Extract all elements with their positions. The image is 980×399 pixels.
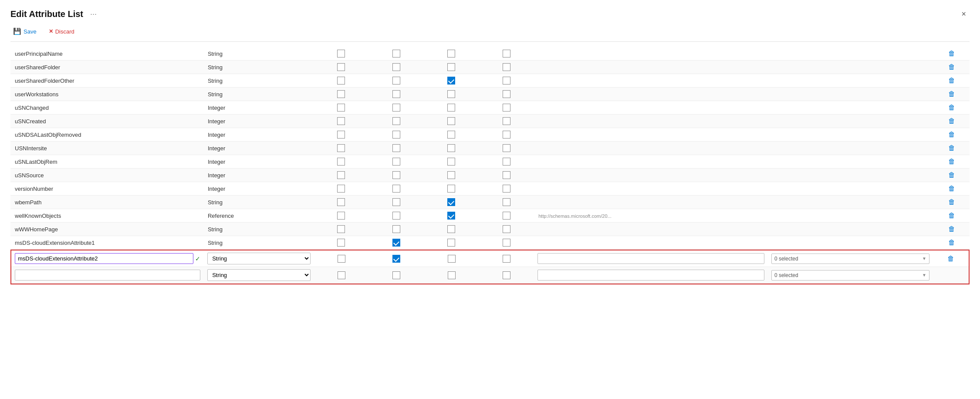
attr-name-cell: wellKnownObjects [10, 209, 203, 223]
checkbox-col4[interactable] [503, 144, 510, 152]
checkbox-col3[interactable] [447, 171, 455, 179]
delete-icon[interactable]: 🗑 [948, 185, 955, 192]
edit-name-input-1[interactable] [15, 253, 193, 264]
delete-icon[interactable]: 🗑 [948, 144, 955, 152]
checkbox-col1[interactable] [337, 171, 345, 179]
edit-checkbox-col2-1[interactable] [392, 255, 400, 263]
checkbox-col2[interactable] [392, 144, 400, 152]
checkbox-col2[interactable] [392, 50, 400, 57]
checkbox-col4[interactable] [503, 158, 510, 166]
attr-type-cell: String [203, 196, 314, 209]
checkbox-col3[interactable] [447, 212, 455, 220]
checkbox-col1[interactable] [337, 198, 345, 206]
checkbox-col1[interactable] [337, 131, 345, 139]
delete-icon[interactable]: 🗑 [948, 198, 955, 206]
checkbox-col4[interactable] [503, 185, 510, 193]
checkbox-col4[interactable] [503, 50, 510, 57]
checkbox-col3[interactable] [447, 131, 455, 139]
checkbox-col1[interactable] [337, 104, 345, 112]
checkbox-col3[interactable] [447, 198, 455, 206]
checkbox-col3[interactable] [447, 144, 455, 152]
discard-button[interactable]: ✕ Discard [46, 27, 77, 37]
checkbox-col1[interactable] [337, 239, 345, 247]
checkbox-col4[interactable] [503, 63, 510, 71]
delete-icon[interactable]: 🗑 [948, 131, 955, 138]
checkbox-col4[interactable] [503, 77, 510, 85]
checkbox-col2[interactable] [392, 63, 400, 71]
save-button[interactable]: 💾 Save [10, 26, 39, 37]
delete-icon[interactable]: 🗑 [948, 212, 955, 219]
checkbox-col3[interactable] [447, 104, 455, 112]
edit-checkbox-col4-2[interactable] [503, 271, 510, 279]
checkbox-col3[interactable] [447, 158, 455, 166]
checkbox-col1[interactable] [337, 185, 345, 193]
checkbox-col4[interactable] [503, 239, 510, 247]
checkbox-col4[interactable] [503, 90, 510, 98]
delete-icon[interactable]: 🗑 [948, 171, 955, 179]
delete-icon[interactable]: 🗑 [948, 63, 955, 71]
checkbox-col2[interactable] [392, 185, 400, 193]
delete-icon[interactable]: 🗑 [948, 77, 955, 84]
checkbox-col2[interactable] [392, 225, 400, 233]
checkbox-col3[interactable] [447, 77, 455, 85]
checkbox-col3[interactable] [447, 50, 455, 57]
checkbox-col4[interactable] [503, 225, 510, 233]
checkbox-col1[interactable] [337, 50, 345, 57]
edit-name-input-2[interactable] [15, 270, 200, 281]
checkbox-col2[interactable] [392, 77, 400, 85]
delete-icon[interactable]: 🗑 [948, 117, 955, 125]
edit-delete-icon-1[interactable]: 🗑 [947, 255, 954, 262]
attr-type-cell: String [203, 47, 314, 61]
checkbox-col1[interactable] [337, 77, 345, 85]
checkbox-col1[interactable] [337, 158, 345, 166]
delete-icon[interactable]: 🗑 [948, 50, 955, 57]
edit-type-select-1[interactable]: StringIntegerBooleanReferenceDateTime [207, 253, 311, 264]
checkbox-col4[interactable] [503, 171, 510, 179]
checkbox-col2[interactable] [392, 104, 400, 112]
checkbox-col3[interactable] [447, 117, 455, 125]
checkbox-col2[interactable] [392, 212, 400, 220]
checkbox-col2[interactable] [392, 171, 400, 179]
edit-ref-input-1[interactable] [537, 253, 764, 264]
edit-checkbox-col3-2[interactable] [448, 271, 456, 279]
checkbox-col3[interactable] [447, 63, 455, 71]
checkbox-col1[interactable] [337, 212, 345, 220]
close-button[interactable]: × [958, 8, 970, 20]
checkbox-col4[interactable] [503, 117, 510, 125]
checkbox-col3[interactable] [447, 90, 455, 98]
edit-checkbox-col1-1[interactable] [338, 255, 345, 263]
edit-multisel-dropdown-1[interactable]: 0 selected ▼ [771, 254, 929, 264]
checkbox-col4[interactable] [503, 131, 510, 139]
attr-type-cell: Integer [203, 128, 314, 142]
edit-multisel-dropdown-2[interactable]: 0 selected ▼ [771, 270, 929, 281]
edit-checkbox-col1-2[interactable] [338, 271, 345, 279]
delete-icon[interactable]: 🗑 [948, 158, 955, 165]
edit-ref-input-2[interactable] [537, 270, 764, 281]
edit-checkbox-col3-1[interactable] [448, 255, 456, 263]
delete-icon[interactable]: 🗑 [948, 104, 955, 111]
checkbox-col3[interactable] [447, 239, 455, 247]
delete-icon[interactable]: 🗑 [948, 239, 955, 246]
checkbox-col1[interactable] [337, 225, 345, 233]
checkbox-col3[interactable] [447, 185, 455, 193]
checkbox-col2[interactable] [392, 158, 400, 166]
checkbox-col1[interactable] [337, 90, 345, 98]
checkbox-col2[interactable] [392, 117, 400, 125]
checkbox-col2[interactable] [392, 198, 400, 206]
edit-checkbox-col2-2[interactable] [392, 271, 400, 279]
checkbox-col3[interactable] [447, 225, 455, 233]
checkbox-col1[interactable] [337, 117, 345, 125]
checkbox-col1[interactable] [337, 144, 345, 152]
checkbox-col2[interactable] [392, 131, 400, 139]
edit-type-select-2[interactable]: StringIntegerBooleanReferenceDateTime [207, 269, 311, 281]
delete-icon[interactable]: 🗑 [948, 225, 955, 233]
checkbox-col2[interactable] [392, 239, 400, 247]
attr-del-cell: 🗑 [934, 115, 970, 128]
edit-checkbox-col4-1[interactable] [503, 255, 510, 263]
checkbox-col2[interactable] [392, 90, 400, 98]
checkbox-col1[interactable] [337, 63, 345, 71]
checkbox-col4[interactable] [503, 104, 510, 112]
checkbox-col4[interactable] [503, 212, 510, 220]
delete-icon[interactable]: 🗑 [948, 90, 955, 98]
checkbox-col4[interactable] [503, 198, 510, 206]
